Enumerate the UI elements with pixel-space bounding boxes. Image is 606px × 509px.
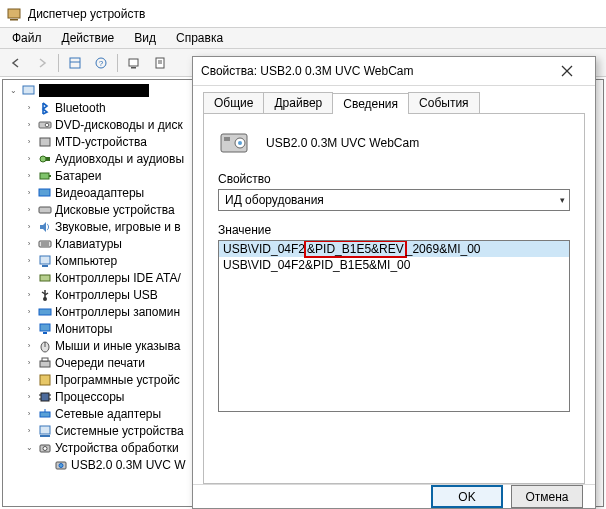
svg-point-54 xyxy=(238,141,242,145)
expand-icon[interactable]: › xyxy=(23,289,35,301)
svg-point-13 xyxy=(45,123,49,127)
svg-rect-16 xyxy=(46,157,50,161)
mouse-icon xyxy=(37,338,53,354)
svg-rect-45 xyxy=(40,435,50,437)
toolbar-show-hidden-button[interactable] xyxy=(63,52,87,74)
properties-dialog: Свойства: USB2.0 0.3M UVC WebCam Общие Д… xyxy=(192,56,596,509)
tree-item-label: Программные устройс xyxy=(55,373,180,387)
expand-icon[interactable]: › xyxy=(23,357,35,369)
storage-controller-icon xyxy=(37,304,53,320)
property-label: Свойство xyxy=(218,172,570,186)
display-adapter-icon xyxy=(37,185,53,201)
expand-icon[interactable]: › xyxy=(23,374,35,386)
property-combo-value: ИД оборудования xyxy=(225,193,324,207)
expand-icon[interactable]: › xyxy=(23,153,35,165)
expand-icon[interactable]: › xyxy=(23,272,35,284)
tab-panel-details: USB2.0 0.3M UVC WebCam Свойство ИД обору… xyxy=(203,114,585,484)
value-text-post: _2069&MI_00 xyxy=(406,242,481,256)
menu-help[interactable]: Справка xyxy=(166,29,233,47)
svg-rect-34 xyxy=(40,361,50,367)
computer-icon xyxy=(37,253,53,269)
tab-events[interactable]: События xyxy=(408,92,480,113)
cancel-button[interactable]: Отмена xyxy=(511,485,583,508)
value-row[interactable]: USB\VID_04F2&PID_B1E5&REV_2069&MI_00 xyxy=(219,241,569,257)
svg-rect-35 xyxy=(42,358,48,361)
property-combo[interactable]: ИД оборудования ▾ xyxy=(218,189,570,211)
expand-icon[interactable]: › xyxy=(23,204,35,216)
menu-action[interactable]: Действие xyxy=(52,29,125,47)
tab-general[interactable]: Общие xyxy=(203,92,264,113)
tree-item-label: Звуковые, игровые и в xyxy=(55,220,181,234)
ok-button[interactable]: OK xyxy=(431,485,503,508)
tree-item-label: Контроллеры запомин xyxy=(55,305,180,319)
menu-file[interactable]: Файл xyxy=(2,29,52,47)
toolbar-back-button[interactable] xyxy=(4,52,28,74)
tab-driver[interactable]: Драйвер xyxy=(263,92,333,113)
collapse-icon[interactable]: ⌄ xyxy=(23,442,35,454)
cancel-button-label: Отмена xyxy=(525,490,568,504)
expand-icon[interactable]: › xyxy=(23,102,35,114)
value-text: USB\VID_04F2&PID_B1E5&MI_00 xyxy=(223,258,410,272)
expand-icon[interactable]: › xyxy=(23,170,35,182)
expand-icon[interactable]: › xyxy=(23,323,35,335)
tree-item-label: Батареи xyxy=(55,169,101,183)
toolbar-help-button[interactable]: ? xyxy=(89,52,113,74)
expand-icon[interactable]: › xyxy=(23,391,35,403)
webcam-icon xyxy=(53,457,69,473)
tab-details[interactable]: Сведения xyxy=(332,93,409,114)
svg-rect-2 xyxy=(70,58,80,68)
dialog-title: Свойства: USB2.0 0.3M UVC WebCam xyxy=(201,64,414,78)
expand-icon[interactable]: › xyxy=(23,306,35,318)
svg-rect-44 xyxy=(40,426,50,434)
chevron-down-icon: ▾ xyxy=(560,195,565,205)
tree-item-label: Контроллеры IDE ATA/ xyxy=(55,271,181,285)
tree-item-label: Видеоадаптеры xyxy=(55,186,144,200)
toolbar-scan-button[interactable] xyxy=(122,52,146,74)
tree-item-label: Bluetooth xyxy=(55,101,106,115)
expand-icon[interactable]: › xyxy=(23,340,35,352)
expand-icon[interactable]: › xyxy=(23,221,35,233)
menu-view[interactable]: Вид xyxy=(124,29,166,47)
tree-item-label: Контроллеры USB xyxy=(55,288,158,302)
expand-icon[interactable]: › xyxy=(23,187,35,199)
svg-rect-30 xyxy=(40,324,50,331)
computer-icon xyxy=(21,83,37,99)
expand-icon[interactable]: › xyxy=(23,408,35,420)
svg-rect-6 xyxy=(129,59,138,66)
tree-item-label: Компьютер xyxy=(55,254,117,268)
collapse-icon[interactable]: ⌄ xyxy=(7,85,19,97)
value-row[interactable]: USB\VID_04F2&PID_B1E5&MI_00 xyxy=(219,257,569,273)
device-name: USB2.0 0.3M UVC WebCam xyxy=(266,136,419,150)
disc-drive-icon xyxy=(37,117,53,133)
value-listbox[interactable]: USB\VID_04F2&PID_B1E5&REV_2069&MI_00 USB… xyxy=(218,240,570,412)
close-icon xyxy=(561,65,573,77)
svg-rect-31 xyxy=(43,332,47,334)
software-device-icon xyxy=(37,372,53,388)
monitor-icon xyxy=(37,321,53,337)
toolbar-properties-button[interactable] xyxy=(148,52,172,74)
svg-point-15 xyxy=(40,156,46,162)
expand-icon[interactable]: › xyxy=(23,119,35,131)
expand-icon[interactable]: › xyxy=(23,425,35,437)
sound-icon xyxy=(37,219,53,235)
tree-item-label: DVD-дисководы и диск xyxy=(55,118,183,132)
svg-text:?: ? xyxy=(99,59,104,68)
expand-icon[interactable]: › xyxy=(23,255,35,267)
cpu-icon xyxy=(37,389,53,405)
expand-icon[interactable]: › xyxy=(23,238,35,250)
tree-item-label: USB2.0 0.3M UVC W xyxy=(71,458,186,472)
svg-rect-17 xyxy=(40,173,49,179)
device-icon xyxy=(218,128,252,158)
toolbar-forward-button[interactable] xyxy=(30,52,54,74)
svg-rect-42 xyxy=(40,412,50,417)
close-button[interactable] xyxy=(547,57,587,85)
value-label: Значение xyxy=(218,223,570,237)
svg-rect-36 xyxy=(40,375,50,385)
svg-rect-21 xyxy=(39,241,51,247)
battery-icon xyxy=(37,168,53,184)
svg-rect-24 xyxy=(40,256,50,264)
title-bar: Диспетчер устройств xyxy=(0,0,606,28)
dialog-footer: OK Отмена xyxy=(193,484,595,508)
tree-item-label: MTD-устройства xyxy=(55,135,147,149)
expand-icon[interactable]: › xyxy=(23,136,35,148)
